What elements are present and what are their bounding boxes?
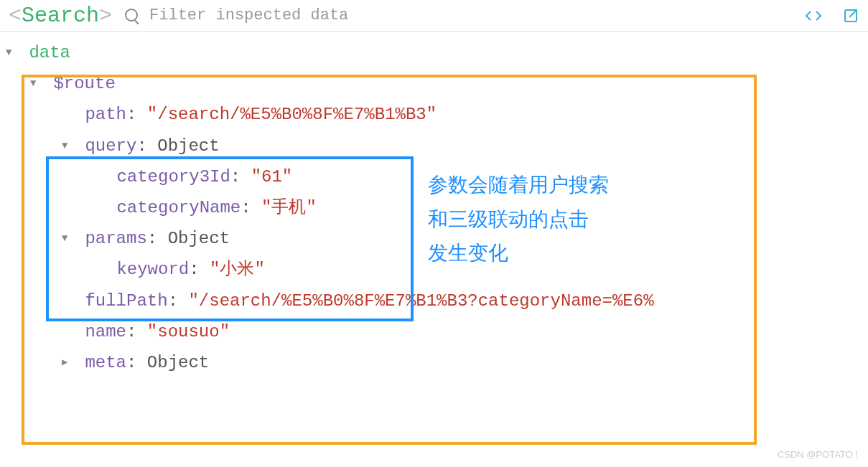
tree-root: data xyxy=(29,43,70,62)
categoryname-value: "手机" xyxy=(261,198,317,217)
search-icon xyxy=(125,9,139,23)
expand-arrow-icon[interactable] xyxy=(62,230,75,247)
params-type: Object xyxy=(168,229,230,248)
expand-arrow-icon[interactable] xyxy=(6,44,19,62)
fullpath-key: fullPath xyxy=(85,291,167,311)
popout-icon[interactable] xyxy=(842,7,859,24)
annotation-line: 参数会随着用户搜索 xyxy=(428,168,609,202)
category3id-key: category3Id xyxy=(116,167,230,187)
watermark: CSDN @POTATO ! xyxy=(778,449,858,460)
query-type: Object xyxy=(157,136,219,156)
toolbar: < Search > xyxy=(0,0,868,32)
path-value: "/search/%E5%B0%8F%E7%B1%B3" xyxy=(147,105,437,124)
annotation-text: 参数会随着用户搜索 和三级联动的点击 发生变化 xyxy=(428,168,609,270)
path-key: path xyxy=(85,105,126,124)
category3id-value: "61" xyxy=(251,167,293,187)
categoryname-key: categoryName xyxy=(116,198,241,217)
name-value: "sousuo" xyxy=(147,322,230,341)
code-icon[interactable] xyxy=(805,7,822,24)
params-key: params xyxy=(85,229,146,248)
query-key: query xyxy=(85,136,136,156)
svg-line-1 xyxy=(849,10,857,17)
annotation-line: 和三级联动的点击 xyxy=(428,202,609,237)
component-name: Search xyxy=(22,4,99,28)
expand-arrow-icon[interactable] xyxy=(62,354,75,372)
keyword-value: "小米" xyxy=(210,260,265,279)
angle-close: > xyxy=(99,4,112,28)
name-key: name xyxy=(85,322,126,341)
meta-type: Object xyxy=(147,353,209,372)
expand-arrow-icon[interactable] xyxy=(30,75,43,93)
expand-arrow-icon[interactable] xyxy=(62,137,75,155)
route-key: $route xyxy=(53,74,115,93)
angle-open: < xyxy=(9,4,22,28)
annotation-line: 发生变化 xyxy=(428,236,609,270)
meta-key: meta xyxy=(85,353,126,372)
keyword-key: keyword xyxy=(116,260,189,279)
fullpath-value: "/search/%E5%B0%8F%E7%B1%B3?categoryName… xyxy=(188,291,653,311)
filter-input[interactable] xyxy=(149,6,785,24)
